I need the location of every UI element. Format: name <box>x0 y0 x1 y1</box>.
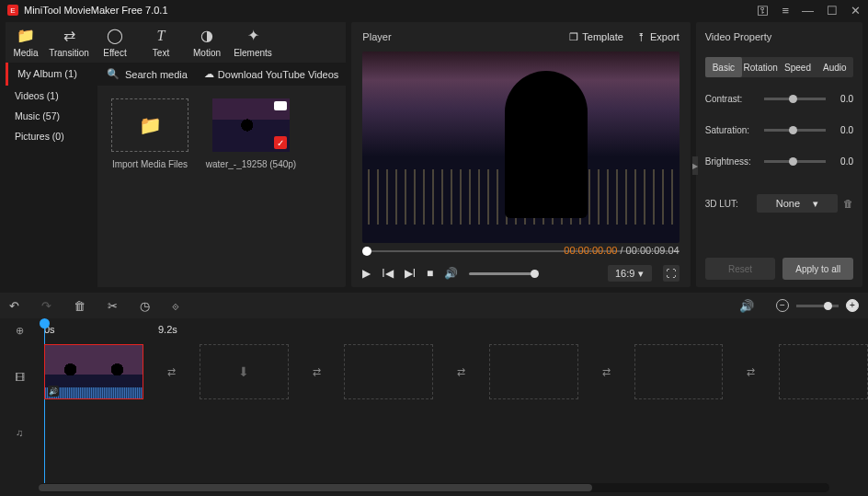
tab-elements[interactable]: ✦Elements <box>230 22 276 63</box>
timeline-scrollbar[interactable] <box>39 483 829 492</box>
expand-handle[interactable]: ▶ <box>692 156 698 175</box>
my-album[interactable]: My Album (1) <box>6 63 97 86</box>
top-tabs: 📁Media ⇄Transition ◯Effect TText ◑Motion… <box>6 22 346 63</box>
add-track-button[interactable]: ⊕ <box>0 318 39 342</box>
play-button[interactable]: ▶ <box>362 267 371 280</box>
album-pictures[interactable]: Pictures (0) <box>6 126 97 146</box>
video-track-icon[interactable]: 🎞 <box>0 342 39 412</box>
reset-button[interactable]: Reset <box>705 258 776 280</box>
folder-icon: 📁 <box>17 27 35 44</box>
album-videos[interactable]: Videos (1) <box>6 86 97 106</box>
contrast-value: 0.0 <box>833 94 853 104</box>
zoom-in-button[interactable]: + <box>846 299 859 312</box>
cloud-icon: ☁ <box>204 68 214 80</box>
contrast-slider[interactable] <box>764 98 826 100</box>
fullscreen-button[interactable]: ⛶ <box>663 265 680 282</box>
player-panel: Player ❒Template ⭱Export 00:00:00.00 / 0… <box>351 22 690 287</box>
prev-button[interactable]: I◀ <box>382 267 393 280</box>
template-button[interactable]: ❒Template <box>569 31 623 43</box>
transition-slot-icon[interactable]: ⇄ <box>745 364 757 379</box>
close-button[interactable]: ✕ <box>851 4 861 17</box>
tab-effect[interactable]: ◯Effect <box>92 22 138 63</box>
empty-slot[interactable] <box>779 344 868 399</box>
transition-slot-icon[interactable]: ⇄ <box>311 364 323 379</box>
chevron-down-icon: ▾ <box>813 198 818 210</box>
volume-icon[interactable]: 🔊 <box>444 267 458 280</box>
trash-icon[interactable]: 🗑 <box>843 198 853 209</box>
playhead[interactable] <box>44 318 45 483</box>
seek-bar[interactable]: 00:00:00.00 / 00:00:09.04 <box>362 243 679 260</box>
key-icon[interactable]: ⚿ <box>757 4 769 17</box>
audio-track-icon[interactable]: ♫ <box>0 412 39 453</box>
tab-motion[interactable]: ◑Motion <box>184 22 230 63</box>
track-volume-icon[interactable]: 🔊 <box>739 299 754 313</box>
property-title: Video Property <box>705 22 853 52</box>
aspect-select[interactable]: 16:9▾ <box>608 265 652 282</box>
apply-all-button[interactable]: Apply to all <box>782 258 853 280</box>
minimize-button[interactable]: — <box>802 4 814 17</box>
lut-label: 3D LUT: <box>705 199 757 209</box>
tab-speed[interactable]: Speed <box>779 57 816 77</box>
speed-button[interactable]: ◷ <box>140 299 150 313</box>
media-grid: 📁 Import Media Files ✓ water_-_19258 (54… <box>97 86 346 287</box>
delete-button[interactable]: 🗑 <box>74 299 86 313</box>
check-icon: ✓ <box>274 136 287 149</box>
menu-icon[interactable]: ≡ <box>782 4 789 17</box>
export-button[interactable]: ⭱Export <box>636 31 680 42</box>
timeline-clip[interactable]: 🔊 <box>44 344 143 399</box>
time-duration: 00:00:09.04 <box>626 245 680 256</box>
tracks-area[interactable]: 0s 9.2s 🔊 ⇄ ⬇ ⇄ ⇄ ⇄ ⇄ <box>39 318 868 483</box>
split-button[interactable]: ✂ <box>108 299 118 313</box>
titlebar: E MiniTool MovieMaker Free 7.0.1 ⚿ ≡ — ☐… <box>0 0 868 20</box>
stop-button[interactable]: ■ <box>427 267 433 280</box>
app-logo: E <box>7 5 18 16</box>
volume-slider[interactable] <box>469 272 535 275</box>
undo-button[interactable]: ↶ <box>9 299 19 313</box>
album-music[interactable]: Music (57) <box>6 106 97 126</box>
zoom-slider[interactable] <box>796 305 839 307</box>
tab-rotation[interactable]: Rotation <box>742 57 779 77</box>
clip-thumbnail: ✓ <box>212 98 290 152</box>
next-button[interactable]: ▶I <box>405 267 416 280</box>
tab-basic[interactable]: Basic <box>705 57 742 77</box>
media-clip[interactable]: ✓ water_-_19258 (540p) <box>211 98 291 274</box>
saturation-slider[interactable] <box>764 129 826 132</box>
brightness-slider[interactable] <box>764 160 826 163</box>
zoom-out-button[interactable]: − <box>776 299 789 312</box>
app-title: MiniTool MovieMaker Free 7.0.1 <box>24 5 757 16</box>
preview-area[interactable] <box>362 52 679 243</box>
transition-slot-icon[interactable]: ⇄ <box>600 364 612 379</box>
empty-slot[interactable]: ⬇ <box>200 344 289 399</box>
tab-transition[interactable]: ⇄Transition <box>46 22 92 63</box>
transition-slot-icon[interactable]: ⇄ <box>455 364 467 379</box>
tab-text[interactable]: TText <box>138 22 184 63</box>
zoom-controls: − + <box>776 299 859 312</box>
crop-button[interactable]: ⟐ <box>172 299 179 313</box>
lut-select[interactable]: None▾ <box>757 194 838 213</box>
time-current: 00:00:00.00 <box>564 245 617 256</box>
empty-slot[interactable] <box>489 344 578 399</box>
transition-slot-icon[interactable]: ⇄ <box>166 364 177 379</box>
maximize-button[interactable]: ☐ <box>827 4 838 17</box>
motion-icon: ◑ <box>200 27 213 44</box>
video-track[interactable]: 🔊 ⇄ ⬇ ⇄ ⇄ ⇄ ⇄ <box>39 342 868 401</box>
audio-track[interactable] <box>39 401 868 442</box>
redo-button[interactable]: ↷ <box>41 299 51 313</box>
empty-slot[interactable] <box>634 344 724 399</box>
text-icon: T <box>157 28 166 44</box>
brightness-value: 0.0 <box>833 156 853 167</box>
tab-media[interactable]: 📁Media <box>6 22 46 63</box>
saturation-label: Saturation: <box>705 125 757 135</box>
chevron-down-icon: ▾ <box>638 268 644 280</box>
time-ruler[interactable]: 0s 9.2s <box>39 318 868 342</box>
tab-audio[interactable]: Audio <box>817 57 853 77</box>
camera-icon <box>274 101 287 110</box>
import-media[interactable]: 📁 Import Media Files <box>110 98 189 274</box>
timeline-toolbar: ↶ ↷ 🗑 ✂ ◷ ⟐ 🔊 − + <box>0 293 868 318</box>
elements-icon: ✦ <box>247 27 259 44</box>
download-youtube[interactable]: ☁Download YouTube Videos <box>204 63 347 86</box>
export-icon: ⭱ <box>636 31 646 42</box>
search-input[interactable]: 🔍Search media <box>97 63 204 86</box>
media-panel: 📁Media ⇄Transition ◯Effect TText ◑Motion… <box>6 22 346 287</box>
empty-slot[interactable] <box>344 344 433 399</box>
